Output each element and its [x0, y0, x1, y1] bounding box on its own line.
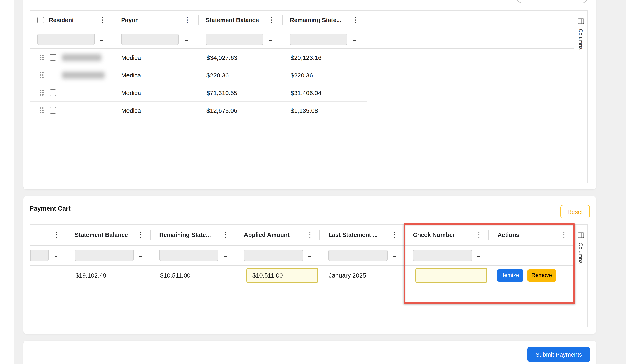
payor-cell: Medica — [114, 49, 199, 66]
columns-panel-label: Columns — [578, 243, 584, 264]
column-header-remaining-statement: Remaining State... ⋮ — [283, 11, 367, 30]
resident-name-redacted — [62, 54, 101, 61]
cart-row[interactable]: $19,102.49 $10,511.00 January 2025 Itemi… — [30, 266, 574, 285]
column-menu-icon[interactable]: ⋮ — [137, 231, 145, 239]
filter-cell-check-number — [404, 246, 489, 265]
column-header-statement-balance: Statement Balance ⋮ — [66, 225, 151, 245]
filter-icon[interactable] — [136, 252, 145, 259]
row-checkbox[interactable] — [50, 89, 56, 96]
column-header-applied-amount: Applied Amount ⋮ — [235, 225, 320, 245]
statement-balance-filter-input[interactable] — [206, 33, 263, 45]
columns-panel-toggle[interactable]: Columns — [574, 11, 587, 183]
remaining-statement-cell: $220.36 — [283, 66, 367, 84]
reset-button[interactable]: Reset — [560, 205, 590, 219]
statement-balance-cell: $220.36 — [199, 66, 283, 84]
filter-icon[interactable] — [97, 36, 106, 42]
row-checkbox[interactable] — [50, 107, 56, 114]
resident-filter-input[interactable] — [37, 33, 95, 45]
column-header-last-statement: Last Statement ... ⋮ — [320, 225, 404, 245]
column-menu-icon[interactable]: ⋮ — [267, 16, 275, 24]
check-number-input[interactable] — [415, 268, 487, 283]
column-menu-icon[interactable]: ⋮ — [390, 231, 399, 239]
residents-card: Resident ⋮ Payor ⋮ Statement Balance ⋮ — [23, 0, 596, 189]
column-menu-icon[interactable]: ⋮ — [352, 16, 360, 24]
remaining-statement-cell: $1,135.08 — [283, 102, 367, 119]
row-checkbox[interactable] — [50, 72, 56, 78]
check-number-filter-input[interactable] — [413, 250, 472, 261]
residents-header-row: Resident ⋮ Payor ⋮ Statement Balance ⋮ — [30, 11, 574, 30]
filter-cell-statement-balance — [199, 30, 283, 48]
partial-filter-input[interactable] — [30, 250, 49, 261]
itemize-button[interactable]: Itemize — [497, 269, 523, 281]
column-menu-icon[interactable]: ⋮ — [183, 16, 191, 24]
submit-payments-button[interactable]: Submit Payments — [528, 347, 590, 362]
statement-balance-cell: $12,675.06 — [199, 102, 283, 119]
table-row[interactable]: Medica $71,310.55 $31,406.04 — [30, 84, 367, 102]
table-columns-icon — [578, 18, 584, 25]
cutoff-toolbar-button[interactable] — [516, 0, 588, 3]
filter-icon[interactable] — [182, 36, 191, 42]
table-row[interactable]: Medica $12,675.06 $1,135.08 — [30, 102, 367, 119]
resident-cell — [30, 84, 114, 101]
filter-icon[interactable] — [52, 252, 60, 259]
filter-cell-resident — [30, 30, 114, 48]
column-header-actions: Actions ⋮ — [489, 225, 574, 245]
column-label-payor: Payor — [121, 17, 138, 23]
column-menu-icon[interactable]: ⋮ — [560, 231, 568, 239]
row-checkbox[interactable] — [50, 54, 56, 61]
filter-cell-remaining-statement — [151, 246, 235, 265]
table-row[interactable]: Medica $220.36 $220.36 — [30, 66, 367, 84]
footer-bar: Submit Payments — [23, 341, 596, 364]
remaining-statement-filter-input[interactable] — [290, 33, 347, 45]
filter-cell-applied-amount — [235, 246, 320, 265]
payment-cart-grid: ⋮ Statement Balance ⋮ Remaining State...… — [30, 224, 588, 327]
applied-amount-cell — [235, 266, 320, 285]
column-header-check-number: Check Number ⋮ — [404, 225, 489, 245]
column-label-check-number: Check Number — [413, 232, 455, 238]
resident-cell — [30, 66, 114, 84]
column-label-actions: Actions — [498, 232, 519, 238]
filter-icon[interactable] — [390, 252, 399, 259]
remove-button[interactable]: Remove — [527, 269, 556, 281]
partial-cell — [30, 266, 66, 285]
column-label-resident: Resident — [49, 17, 74, 23]
column-menu-icon[interactable]: ⋮ — [99, 16, 107, 24]
remaining-statement-filter-input[interactable] — [159, 250, 218, 261]
drag-handle-icon[interactable] — [40, 107, 44, 113]
applied-amount-input[interactable] — [246, 268, 318, 283]
filter-icon[interactable] — [305, 252, 314, 259]
actions-cell: Itemize Remove — [489, 266, 574, 285]
column-label-statement-balance: Statement Balance — [75, 232, 128, 238]
filter-icon[interactable] — [350, 36, 359, 42]
filter-icon[interactable] — [266, 36, 274, 42]
column-menu-icon[interactable]: ⋮ — [52, 231, 60, 239]
column-label-last-statement: Last Statement ... — [328, 232, 378, 238]
columns-panel-toggle[interactable]: Columns — [574, 225, 587, 327]
column-header-statement-balance: Statement Balance ⋮ — [199, 11, 283, 30]
filter-icon[interactable] — [221, 252, 230, 259]
payment-cart-title: Payment Cart — [30, 205, 71, 212]
select-all-checkbox[interactable] — [37, 17, 44, 23]
drag-handle-icon[interactable] — [40, 90, 44, 96]
payor-filter-input[interactable] — [121, 33, 179, 45]
table-row[interactable]: Medica $34,027.63 $20,123.16 — [30, 49, 367, 66]
statement-balance-filter-input[interactable] — [75, 250, 134, 261]
columns-panel-label: Columns — [578, 29, 584, 50]
payor-cell: Medica — [114, 84, 199, 101]
applied-amount-filter-input[interactable] — [244, 250, 303, 261]
residents-grid: Resident ⋮ Payor ⋮ Statement Balance ⋮ — [30, 10, 588, 183]
column-menu-icon[interactable]: ⋮ — [475, 231, 483, 239]
filter-icon[interactable] — [474, 252, 483, 259]
last-statement-filter-input[interactable] — [328, 250, 388, 261]
window-left-edge — [0, 0, 14, 364]
drag-handle-icon[interactable] — [40, 54, 44, 61]
drag-handle-icon[interactable] — [40, 72, 44, 78]
filter-cell-remaining-statement — [283, 30, 367, 48]
column-menu-icon[interactable]: ⋮ — [221, 231, 230, 239]
filter-cell-last-statement — [320, 246, 404, 265]
column-label-remaining-statement: Remaining State... — [290, 17, 341, 23]
cart-header-row: ⋮ Statement Balance ⋮ Remaining State...… — [30, 225, 574, 246]
residents-filter-row — [30, 30, 574, 49]
column-menu-icon[interactable]: ⋮ — [306, 231, 314, 239]
payment-cart-card: Payment Cart Reset ⋮ Statement Balance ⋮… — [23, 196, 596, 334]
